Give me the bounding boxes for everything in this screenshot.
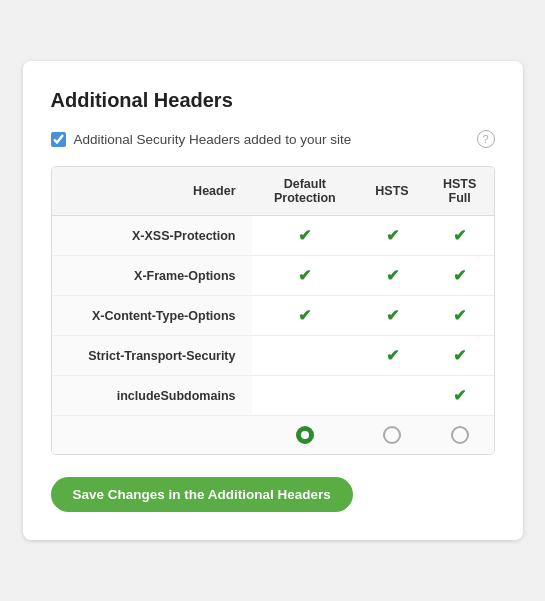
cell-subdomains-default [252,376,359,416]
cell-subdomains-hsts [358,376,426,416]
table-row: X-Frame-Options ✔ ✔ ✔ [52,256,494,296]
headers-table: Header DefaultProtection HSTS HSTSFull X… [52,167,494,454]
row-label-xframe: X-Frame-Options [52,256,252,296]
check-icon: ✔ [298,267,311,284]
cell-xcontent-hsts: ✔ [358,296,426,336]
cell-subdomains-hsts-full: ✔ [426,376,494,416]
check-icon: ✔ [298,227,311,244]
table-row: X-Content-Type-Options ✔ ✔ ✔ [52,296,494,336]
radio-hsts-cell[interactable] [358,416,426,455]
headers-table-container: Header DefaultProtection HSTS HSTSFull X… [51,166,495,455]
additional-headers-card: Additional Headers Additional Security H… [23,61,523,540]
check-icon: ✔ [386,347,399,364]
table-header-row: Header DefaultProtection HSTS HSTSFull [52,167,494,216]
col-header-hsts: HSTS [358,167,426,216]
checkbox-label[interactable]: Additional Security Headers added to you… [74,132,352,147]
check-icon: ✔ [386,267,399,284]
cell-xframe-hsts: ✔ [358,256,426,296]
radio-hsts-full-cell[interactable] [426,416,494,455]
row-label-strict: Strict-Transport-Security [52,336,252,376]
cell-xframe-default: ✔ [252,256,359,296]
row-label-subdomains: includeSubdomains [52,376,252,416]
radio-default-cell[interactable] [252,416,359,455]
cell-xcontent-default: ✔ [252,296,359,336]
table-row: Strict-Transport-Security ✔ ✔ [52,336,494,376]
radio-default[interactable] [296,426,314,444]
help-icon[interactable]: ? [477,130,495,148]
radio-hsts-full[interactable] [451,426,469,444]
radio-row-label [52,416,252,455]
cell-xss-hsts: ✔ [358,216,426,256]
cell-strict-hsts-full: ✔ [426,336,494,376]
table-row: includeSubdomains ✔ [52,376,494,416]
check-icon: ✔ [386,227,399,244]
security-headers-checkbox[interactable] [51,132,66,147]
check-icon: ✔ [453,387,466,404]
page-title: Additional Headers [51,89,495,112]
check-icon: ✔ [453,227,466,244]
check-icon: ✔ [453,347,466,364]
radio-row [52,416,494,455]
check-icon: ✔ [298,307,311,324]
cell-xss-hsts-full: ✔ [426,216,494,256]
save-button[interactable]: Save Changes in the Additional Headers [51,477,353,512]
cell-xcontent-hsts-full: ✔ [426,296,494,336]
col-header-default: DefaultProtection [252,167,359,216]
row-label-xss: X-XSS-Protection [52,216,252,256]
row-label-xcontent: X-Content-Type-Options [52,296,252,336]
cell-strict-hsts: ✔ [358,336,426,376]
radio-hsts[interactable] [383,426,401,444]
table-row: X-XSS-Protection ✔ ✔ ✔ [52,216,494,256]
cell-xss-default: ✔ [252,216,359,256]
check-icon: ✔ [453,267,466,284]
col-header-header: Header [52,167,252,216]
check-icon: ✔ [453,307,466,324]
checkbox-row: Additional Security Headers added to you… [51,130,495,148]
check-icon: ✔ [386,307,399,324]
col-header-hsts-full: HSTSFull [426,167,494,216]
cell-strict-default [252,336,359,376]
cell-xframe-hsts-full: ✔ [426,256,494,296]
